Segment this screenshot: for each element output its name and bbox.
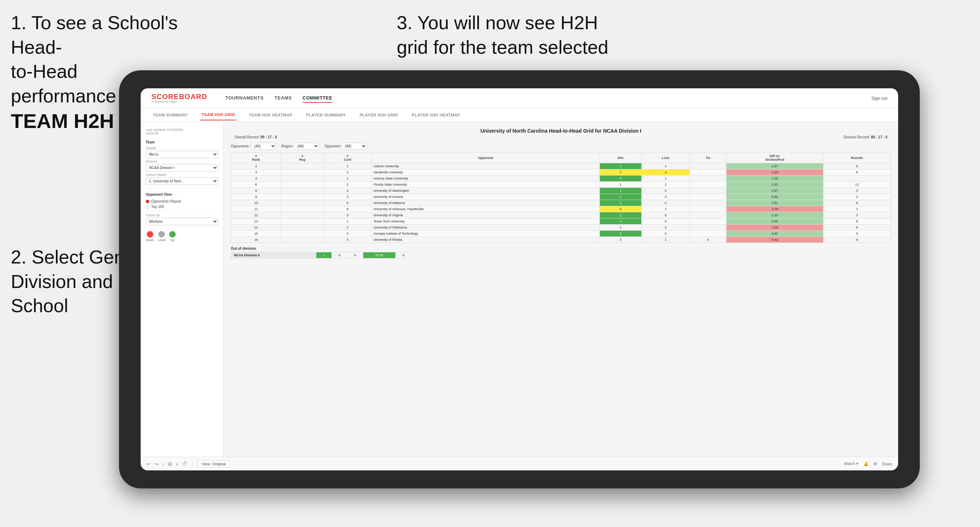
out-div-diff: 26.00 [363,252,395,259]
legend-up: Up [169,231,176,242]
filter-opponents-label: Opponents: [231,144,250,148]
tab-team-h2h-heatmap[interactable]: TEAM H2H HEATMAP [247,110,294,120]
color-legend: Down Level Up [146,231,218,242]
filter-opponent-select[interactable]: (All) [342,143,367,149]
school-label: School (Rank) [146,173,218,177]
table-row: 62Florida State University121.8312 [231,182,891,188]
radio-group: Opponents Played Top 100 [146,199,218,209]
legend-up-label: Up [170,238,175,242]
annotation-2-line3: School [11,295,68,316]
crop-button[interactable]: ⊞ [168,461,172,467]
col-rank: #Rank [231,153,282,163]
filter-region-select[interactable]: (All) [294,143,319,149]
table-row: 131Texas Tech University305.569 [231,218,891,225]
annotation-3-line1: 3. You will now see H2H [397,12,598,33]
colour-by-select[interactable]: Win/loss [146,218,218,225]
col-loss: Loss [641,153,690,163]
logo: SCOREBOARD Powered by clippi [151,93,207,103]
out-of-div-table: NCAA Division II 1 0 0 26.00 3 [231,252,411,259]
filter-opponent-label: Opponent [324,144,340,148]
out-div-rounds: 3 [395,252,411,259]
radio-dot-opponents [146,200,150,203]
nav-teams[interactable]: TEAMS [275,94,292,103]
col-win: Win [600,153,641,163]
legend-level-dot [158,231,165,238]
filter-opponents: Opponents: (All) [231,143,276,149]
share-button[interactable]: Share [882,462,892,466]
nav-committee[interactable]: COMMITTEE [302,94,332,103]
data-area: University of North Carolina Head-to-Hea… [224,122,898,457]
sign-out-button[interactable]: Sign out [872,96,887,101]
watch-button[interactable]: Watch ▾ [844,461,858,466]
main-content: Last Updated: 27/03/2024 16:55:38 Team G… [141,122,898,457]
nav-back-button[interactable]: ‹ [162,461,164,467]
out-div-loss: 0 [332,252,347,259]
radio-top100-label: Top 100 [151,205,164,209]
radio-opponents-played[interactable]: Opponents Played [146,199,218,203]
undo-button[interactable]: ↩ [146,461,151,467]
annotation-3-line2: grid for the team selected [397,37,608,58]
sub-nav: TEAM SUMMARY TEAM H2H GRID TEAM H2H HEAT… [141,108,898,122]
radio-top100[interactable]: Top 100 [146,205,218,209]
col-opponent: Opponent [372,153,600,163]
out-div-label: NCAA Division II [231,252,316,259]
clock-button[interactable]: ⏱ [182,461,187,467]
col-rounds: Rounds [823,153,891,163]
h2h-table: #Rank #Reg #Conf Opponent Win Loss Tie D… [231,152,891,243]
records-row: Overall Record: 89 - 17 - 0 Division Rec… [231,135,891,139]
radio-opponents-label: Opponents Played [151,199,181,203]
filter-region: Region (All) [282,143,320,149]
out-div-tie: 0 [347,252,363,259]
left-panel: Last Updated: 27/03/2024 16:55:38 Team G… [141,122,224,457]
table-row: 154Georgia Institute of Technology504.50… [231,231,891,237]
tab-player-summary[interactable]: PLAYER SUMMARY [305,110,347,120]
table-row: 116University of Arkansas, Fayetteville0… [231,206,891,212]
tab-team-h2h-grid[interactable]: TEAM H2H GRID [200,110,237,121]
grid-title: University of North Carolina Head-to-Hea… [231,128,891,134]
school-select[interactable]: 1. University of Nort... [146,177,218,185]
filter-opponents-select[interactable]: (All) [251,143,276,149]
table-row: 163University of Florida310-6.429 [231,237,891,243]
table-row: 105University of Alabama302.618 [231,200,891,206]
main-nav: TOURNAMENTS TEAMS COMMITTEE [225,94,332,103]
filter-opponent: Opponent (All) [324,143,367,149]
toolbar-icon-1[interactable]: 🔔 [864,461,869,466]
legend-down: Down [146,231,154,242]
table-row: 123University of Virginia102.333 [231,212,891,218]
table-row: 41Arizona State University512.29 [231,176,891,182]
table-header-row: #Rank #Reg #Conf Opponent Win Loss Tie D… [231,153,891,163]
view-original-button[interactable]: View: Original [198,460,230,468]
table-row: 142University of Oklahoma12-1.009 [231,225,891,231]
app-header: SCOREBOARD Powered by clippi TOURNAMENTS… [141,88,898,108]
annotation-3: 3. You will now see H2H grid for the tea… [397,11,608,59]
legend-down-label: Down [146,238,154,242]
legend-down-dot [147,231,153,238]
redo-button[interactable]: ↪ [154,461,159,467]
gender-select[interactable]: Men's Women's [146,151,218,158]
division-select[interactable]: NCAA Division I NCAA Division II NCAA Di… [146,164,218,171]
divider-2 [146,211,218,211]
out-div-win: 1 [316,252,332,259]
legend-level-label: Level [158,238,165,242]
opponent-view-label: Opponent View [146,192,218,197]
col-reg: #Reg [281,153,323,163]
col-conf: #Conf [323,153,371,163]
legend-level: Level [158,231,165,242]
toolbar-icon-2[interactable]: ⊞ [873,461,877,466]
annotation-2-line2: Division and [11,271,113,292]
colour-by-label: Colour by [146,213,218,217]
col-tie: Tie [690,153,726,163]
tablet-device: SCOREBOARD Powered by clippi TOURNAMENTS… [119,70,920,489]
toolbar-right: Watch ▾ 🔔 ⊞ Share [844,461,892,466]
division-record: Division Record: 88 - 17 - 0 [844,135,887,139]
tab-team-summary[interactable]: TEAM SUMMARY [151,110,189,120]
logo-sub: Powered by clippi [151,100,207,103]
toolbar-sep [192,461,192,467]
nav-tournaments[interactable]: TOURNAMENTS [225,94,263,103]
table-row: 21Auburn University211.679 [231,163,891,170]
filter-region-label: Region [282,144,293,148]
tab-player-h2h-grid[interactable]: PLAYER H2H GRID [358,110,399,120]
add-button[interactable]: + [176,461,178,467]
division-label: Division [146,160,218,163]
tab-player-h2h-heatmap[interactable]: PLAYER H2H HEATMAP [410,110,462,120]
